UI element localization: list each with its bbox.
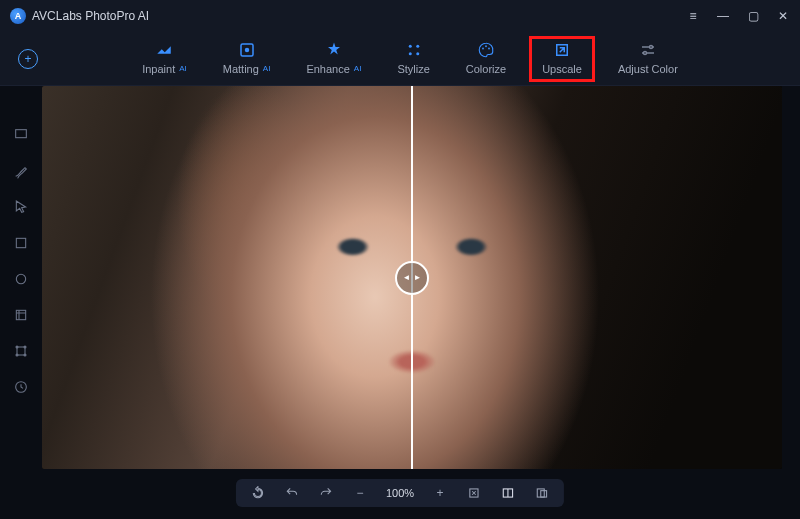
- inpaint-icon: [155, 41, 173, 59]
- redo-button[interactable]: [318, 485, 334, 501]
- brush-tool[interactable]: [12, 162, 30, 180]
- enhance-label: Enhance: [306, 63, 349, 75]
- upscale-label: Upscale: [542, 63, 582, 75]
- stylize-icon: [405, 41, 423, 59]
- svg-point-20: [24, 354, 26, 356]
- svg-rect-15: [16, 310, 25, 319]
- colorize-label: Colorize: [466, 63, 506, 75]
- svg-rect-16: [17, 347, 25, 355]
- bottom-bar: − 100% +: [236, 479, 564, 507]
- upscale-tool[interactable]: Upscale: [530, 37, 594, 81]
- zoom-in-button[interactable]: +: [432, 485, 448, 501]
- svg-rect-25: [541, 491, 547, 497]
- svg-point-11: [643, 51, 646, 54]
- svg-point-6: [482, 47, 484, 49]
- stylize-label: Stylize: [397, 63, 429, 75]
- main-toolbar: + InpaintAI MattingAI EnhanceAI Stylize: [0, 32, 800, 86]
- svg-point-2: [408, 44, 411, 47]
- maximize-button[interactable]: ▢: [746, 9, 760, 23]
- svg-rect-13: [16, 238, 25, 247]
- compare-view-button[interactable]: [500, 485, 516, 501]
- menu-button[interactable]: ≡: [686, 9, 700, 23]
- canvas[interactable]: [42, 86, 782, 469]
- crop-tool[interactable]: [12, 306, 30, 324]
- svg-point-17: [16, 346, 18, 348]
- svg-point-14: [16, 274, 25, 283]
- app-logo-icon: A: [10, 8, 26, 24]
- zoom-out-button[interactable]: −: [352, 485, 368, 501]
- fit-button[interactable]: [466, 485, 482, 501]
- svg-point-5: [416, 52, 419, 55]
- matting-label: Matting: [223, 63, 259, 75]
- svg-point-8: [488, 47, 490, 49]
- titlebar: A AVCLabs PhotoPro AI ≡ — ▢ ✕: [0, 0, 800, 32]
- side-toolbar: [0, 86, 42, 519]
- minimize-button[interactable]: —: [716, 9, 730, 23]
- ai-badge: AI: [263, 64, 271, 73]
- main-area: [0, 86, 800, 519]
- compare-handle[interactable]: [395, 261, 429, 295]
- inpaint-tool[interactable]: InpaintAI: [130, 37, 199, 81]
- window-controls: ≡ — ▢ ✕: [686, 9, 790, 23]
- adjust-color-label: Adjust Color: [618, 63, 678, 75]
- undo-button[interactable]: [284, 485, 300, 501]
- svg-point-19: [16, 354, 18, 356]
- colorize-icon: [477, 41, 495, 59]
- rotate-button[interactable]: [250, 485, 266, 501]
- app-title: AVCLabs PhotoPro AI: [32, 9, 149, 23]
- inpaint-label: Inpaint: [142, 63, 175, 75]
- matting-icon: [238, 41, 256, 59]
- move-tool[interactable]: [12, 126, 30, 144]
- svg-rect-12: [16, 130, 27, 138]
- ellipse-select-tool[interactable]: [12, 270, 30, 288]
- adjust-color-tool[interactable]: Adjust Color: [606, 37, 690, 81]
- add-image-button[interactable]: +: [18, 49, 38, 69]
- rect-select-tool[interactable]: [12, 234, 30, 252]
- svg-point-1: [244, 47, 249, 52]
- svg-point-18: [24, 346, 26, 348]
- transform-tool[interactable]: [12, 342, 30, 360]
- zoom-level: 100%: [386, 487, 414, 499]
- close-button[interactable]: ✕: [776, 9, 790, 23]
- adjust-color-icon: [639, 41, 657, 59]
- svg-point-10: [649, 45, 652, 48]
- enhance-icon: [325, 41, 343, 59]
- title-left: A AVCLabs PhotoPro AI: [10, 8, 149, 24]
- upscale-icon: [553, 41, 571, 59]
- pointer-tool[interactable]: [12, 198, 30, 216]
- history-tool[interactable]: [12, 378, 30, 396]
- svg-point-3: [416, 44, 419, 47]
- original-view-button[interactable]: [534, 485, 550, 501]
- matting-tool[interactable]: MattingAI: [211, 37, 283, 81]
- ai-badge: AI: [179, 64, 187, 73]
- stylize-tool[interactable]: Stylize: [385, 37, 441, 81]
- svg-point-7: [485, 45, 487, 47]
- ai-badge: AI: [354, 64, 362, 73]
- enhance-tool[interactable]: EnhanceAI: [294, 37, 373, 81]
- colorize-tool[interactable]: Colorize: [454, 37, 518, 81]
- toolbar-items: InpaintAI MattingAI EnhanceAI Stylize Co: [78, 37, 782, 81]
- svg-point-4: [408, 52, 411, 55]
